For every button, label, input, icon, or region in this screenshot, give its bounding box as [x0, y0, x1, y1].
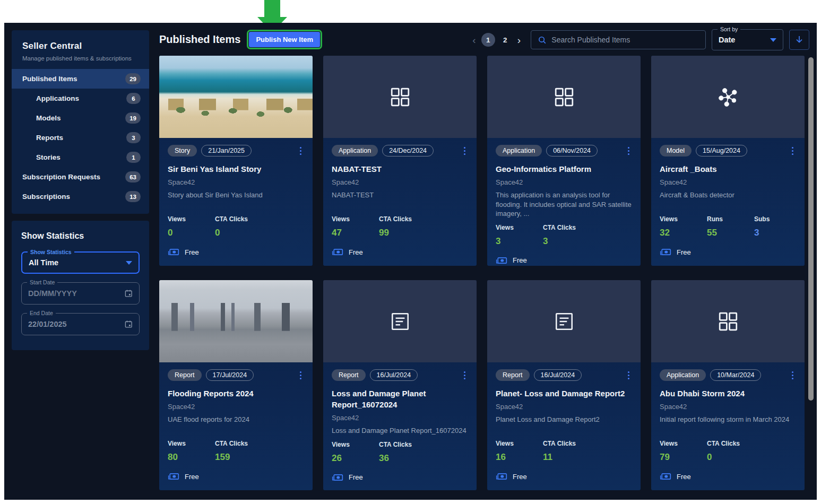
- end-date-input[interactable]: [28, 320, 124, 328]
- start-date-field[interactable]: Start Date: [21, 282, 140, 305]
- card-badge-row: Application 24/Dec/2024: [332, 145, 468, 157]
- search-icon: [538, 35, 547, 45]
- sidebar-item-published-items[interactable]: Published Items 29: [12, 69, 149, 89]
- published-item-card[interactable]: Application 24/Dec/2024 NABAT-TEST Space…: [323, 56, 477, 266]
- item-title: Flooding Reports 2024: [168, 388, 304, 399]
- item-publisher: Space42: [496, 403, 632, 411]
- card-badge-row: Model 15/Aug/2024: [660, 145, 796, 157]
- item-stats-row: Views80CTA Clicks159: [168, 435, 304, 463]
- item-publisher: Space42: [332, 178, 468, 186]
- published-item-card[interactable]: Application 10/Mar/2024 Abu Dhabi Storm …: [651, 280, 805, 490]
- item-price-label: Free: [349, 248, 363, 256]
- search-input[interactable]: [551, 36, 699, 44]
- publish-new-item-button[interactable]: Publish New Item: [249, 32, 320, 47]
- kebab-menu-icon[interactable]: [461, 370, 468, 381]
- kebab-menu-icon[interactable]: [789, 370, 796, 381]
- sidebar-item-count-badge: 13: [125, 191, 141, 202]
- item-stats-row: Views3CTA Clicks3: [496, 219, 632, 247]
- sort-label: Sort by: [718, 26, 740, 32]
- item-publisher: Space42: [496, 178, 632, 186]
- kebab-menu-icon[interactable]: [625, 370, 632, 381]
- stat-value: 3: [543, 236, 590, 247]
- stat-label: CTA Clicks: [215, 440, 262, 447]
- stat-label: Views: [168, 215, 215, 223]
- card-photo-flood: [159, 280, 313, 362]
- pagination-page-2[interactable]: 2: [498, 33, 512, 47]
- sidebar-item-count-badge: 63: [125, 171, 141, 183]
- item-price-label: Free: [677, 473, 691, 481]
- sidebar-item-label: Reports: [36, 134, 63, 142]
- published-item-card[interactable]: Report 16/Jul/2024 Loss and Damage Plane…: [323, 280, 477, 490]
- sidebar-nav-panel: Seller Central Manage published items & …: [12, 30, 149, 214]
- item-stats-row: Views79CTA Clicks0: [660, 435, 796, 463]
- kebab-menu-icon[interactable]: [625, 145, 632, 157]
- kebab-menu-icon[interactable]: [297, 370, 304, 381]
- money-icon: [332, 247, 343, 257]
- pagination-next-icon[interactable]: ›: [515, 35, 523, 45]
- published-item-card[interactable]: Story 21/Jan/2025 Sir Beni Yas Island St…: [159, 56, 313, 266]
- sidebar-item-count-badge: 29: [125, 73, 141, 84]
- money-icon: [168, 471, 179, 482]
- money-icon: [496, 255, 507, 266]
- kebab-menu-icon[interactable]: [461, 145, 468, 157]
- sidebar-item-count-badge: 3: [126, 132, 141, 143]
- stat-label: Views: [660, 215, 707, 223]
- sidebar-item-models[interactable]: Models 19: [12, 108, 149, 128]
- search-box[interactable]: [531, 30, 706, 49]
- published-item-card[interactable]: Report 17/Jul/2024 Flooding Reports 2024…: [159, 280, 313, 490]
- kebab-menu-icon[interactable]: [297, 145, 304, 157]
- item-price-label: Free: [513, 473, 527, 481]
- statistics-period-select[interactable]: Show Statistics All Time: [21, 251, 140, 274]
- toolbar: ‹ 1 2 › Sort by Date: [470, 29, 809, 50]
- sidebar-item-subscriptions[interactable]: Subscriptions 13: [12, 187, 149, 206]
- item-publisher: Space42: [168, 178, 304, 186]
- item-price-row: Free: [332, 247, 468, 257]
- card-badge-row: Report 16/Jul/2024: [332, 369, 468, 381]
- stat-value: 79: [660, 452, 707, 463]
- item-type-badge: Report: [332, 369, 366, 381]
- stat-value: 3: [754, 228, 801, 238]
- item-description: NABAT-TEST: [332, 190, 468, 200]
- item-price-label: Free: [185, 248, 199, 256]
- card-media: [487, 56, 641, 138]
- item-type-badge: Application: [332, 145, 378, 157]
- item-price-label: Free: [513, 256, 527, 264]
- sidebar-item-stories[interactable]: Stories 1: [12, 147, 149, 167]
- stat-value: 32: [660, 228, 707, 238]
- published-item-card[interactable]: Model 15/Aug/2024 Aircraft _Boats Space4…: [651, 56, 805, 266]
- published-item-card[interactable]: Report 16/Jul/2024 Planet- Loss and Dama…: [487, 280, 641, 490]
- sidebar-item-applications[interactable]: Applications 6: [12, 89, 149, 108]
- start-date-input[interactable]: [28, 289, 124, 298]
- application-grid-icon: [554, 86, 575, 108]
- published-item-card[interactable]: Application 06/Nov/2024 Geo-Informatics …: [487, 56, 641, 266]
- item-publisher: Space42: [332, 414, 468, 422]
- sidebar-item-label: Subscriptions: [22, 193, 70, 201]
- stat-label: Subs: [754, 215, 801, 223]
- sort-select[interactable]: Sort by Date: [712, 29, 783, 50]
- download-button[interactable]: [789, 30, 809, 50]
- item-title: Planet- Loss and Damage Report2: [496, 388, 632, 399]
- item-title: Sir Beni Yas Island Story: [168, 163, 304, 175]
- pagination-prev-icon[interactable]: ‹: [470, 35, 478, 45]
- stat-value: 3: [496, 236, 543, 247]
- card-media: [651, 56, 805, 138]
- end-date-field[interactable]: End Date: [21, 313, 140, 335]
- sidebar-item-label: Stories: [36, 153, 61, 161]
- card-badge-row: Story 21/Jan/2025: [168, 145, 304, 157]
- item-stats-row: Views32Runs55Subs3: [660, 210, 796, 238]
- pagination-page-1[interactable]: 1: [481, 33, 495, 47]
- page-header: Published Items Publish New Item: [159, 32, 320, 47]
- money-icon: [332, 472, 343, 483]
- sidebar-item-subscription-requests[interactable]: Subscription Requests 63: [12, 167, 149, 187]
- card-media: [159, 280, 313, 362]
- calendar-icon: [124, 319, 133, 329]
- kebab-menu-icon[interactable]: [789, 145, 796, 157]
- item-date-badge: 21/Jan/2025: [201, 145, 252, 157]
- application-grid-icon: [718, 311, 739, 332]
- sidebar-item-reports[interactable]: Reports 3: [12, 128, 149, 147]
- item-price-row: Free: [660, 247, 796, 257]
- sidebar-title: Seller Central: [22, 41, 139, 51]
- end-date-label: End Date: [27, 310, 56, 316]
- scrollbar-thumb[interactable]: [808, 57, 814, 401]
- stat-label: CTA Clicks: [379, 441, 426, 448]
